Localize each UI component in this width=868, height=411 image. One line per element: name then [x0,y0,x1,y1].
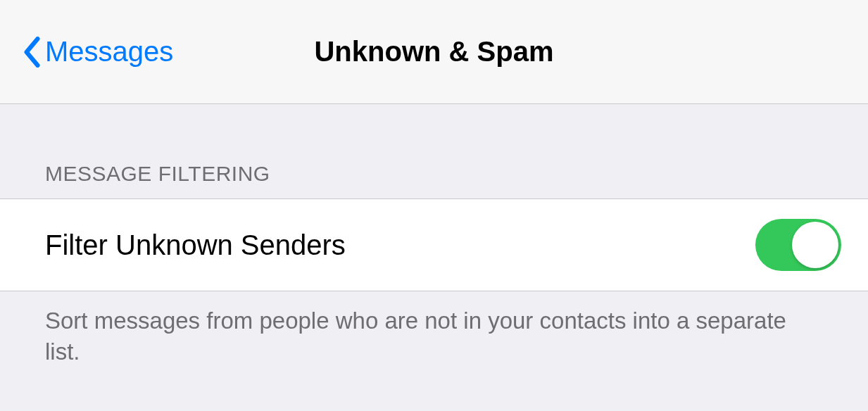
back-label: Messages [45,36,173,68]
back-button[interactable]: Messages [23,36,173,68]
section-header: MESSAGE FILTERING [0,104,868,198]
toggle-knob [792,222,838,268]
row-label: Filter Unknown Senders [45,229,346,261]
chevron-left-icon [23,37,41,68]
navigation-bar: Messages Unknown & Spam [0,0,868,104]
filter-unknown-senders-toggle[interactable] [755,219,841,271]
row-filter-unknown-senders: Filter Unknown Senders [0,198,868,291]
section-footer: Sort messages from people who are not in… [0,291,868,381]
section-message-filtering: MESSAGE FILTERING Filter Unknown Senders… [0,104,868,381]
